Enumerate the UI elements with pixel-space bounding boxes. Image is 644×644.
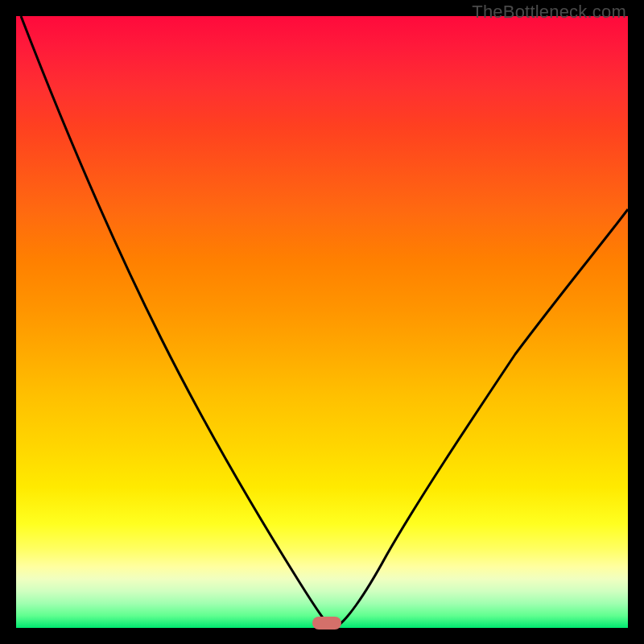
bottleneck-chart: TheBottleneck.com bbox=[0, 0, 644, 644]
bottleneck-curve-path bbox=[21, 16, 628, 626]
optimal-marker bbox=[312, 617, 341, 630]
watermark-text: TheBottleneck.com bbox=[472, 2, 626, 23]
curve-svg bbox=[16, 16, 628, 628]
